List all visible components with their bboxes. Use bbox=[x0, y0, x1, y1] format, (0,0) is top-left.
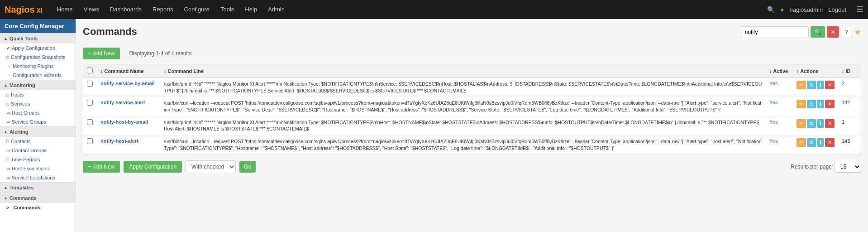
search-input[interactable] bbox=[741, 26, 809, 38]
host-escalations-icon: ⇒ bbox=[6, 166, 10, 171]
delete-button[interactable]: ✕ bbox=[825, 81, 835, 89]
sidebar-item-time-periods[interactable]: □ Time Periods bbox=[0, 155, 76, 164]
info-button[interactable]: ℹ bbox=[817, 138, 824, 147]
row-active: Yes bbox=[766, 116, 793, 135]
bottom-bar: + Add New Apply Configuration With check… bbox=[83, 160, 861, 173]
sidebar-section-title-quick-tools: Quick Tools bbox=[10, 36, 38, 41]
row-command-line: /usr/bin/printf "%b" "***** Nagios Monit… bbox=[160, 78, 766, 97]
caret-icon-templates: ▲ bbox=[4, 185, 8, 190]
logo-nagios: Nagios bbox=[5, 5, 35, 14]
nav-reports[interactable]: Reports bbox=[147, 0, 179, 19]
sidebar-item-configuration-wizards[interactable]: → Configuration Wizards bbox=[0, 71, 76, 80]
table-header-command-line[interactable]: ↕ Command Line bbox=[160, 64, 766, 78]
table-body: notify-service-by-email /usr/bin/printf … bbox=[83, 78, 861, 155]
sidebar-item-commands[interactable]: >_ Commands bbox=[0, 203, 76, 212]
logo[interactable]: Nagios XI bbox=[5, 5, 43, 15]
table-header-checkbox bbox=[83, 64, 97, 78]
copy-button[interactable]: ⧉ bbox=[807, 100, 816, 108]
apply-config-icon: ✔ bbox=[6, 46, 10, 51]
row-checkbox[interactable] bbox=[87, 138, 93, 144]
contact-groups-icon: ⇒ bbox=[6, 148, 10, 153]
favorite-button[interactable]: ★ bbox=[854, 27, 861, 37]
table-header-command-name[interactable]: ↕ Command Name bbox=[97, 64, 160, 78]
results-per-page: Results per page 10 15 25 50 100 bbox=[791, 161, 861, 173]
table-header-id[interactable]: ↕ ID bbox=[838, 64, 861, 78]
nav-home[interactable]: Home bbox=[52, 0, 78, 19]
nav-tools[interactable]: Tools bbox=[215, 0, 239, 19]
sidebar-section-title-monitoring: Monitoring bbox=[10, 82, 35, 88]
sidebar-item-monitoring-plugins[interactable]: → Monitoring Plugins bbox=[0, 62, 76, 71]
sidebar-item-label-hosts: Hosts bbox=[11, 92, 24, 97]
search-area: 🔍 ✕ ? ★ bbox=[741, 26, 861, 38]
apply-configuration-button[interactable]: Apply Configuration bbox=[124, 161, 182, 173]
row-checkbox[interactable] bbox=[87, 81, 93, 87]
results-per-page-select[interactable]: 10 15 25 50 100 bbox=[835, 161, 861, 173]
monitoring-plugins-icon: → bbox=[6, 64, 11, 69]
nav-dashboards[interactable]: Dashboards bbox=[105, 0, 147, 19]
command-name-link[interactable]: notify-service-by-email bbox=[100, 81, 155, 86]
copy-button[interactable]: ⧉ bbox=[807, 138, 816, 147]
actions-cell: ✏ ⧉ ℹ ✕ bbox=[796, 138, 835, 147]
sidebar-item-service-groups[interactable]: ⇒ Service Groups bbox=[0, 117, 76, 126]
sidebar-item-label-config-snapshots: Configuration Snapshots bbox=[11, 54, 65, 60]
table-row: notify-service-by-email /usr/bin/printf … bbox=[83, 78, 861, 97]
search-button[interactable]: 🔍 bbox=[811, 26, 825, 38]
nav-views[interactable]: Views bbox=[78, 0, 105, 19]
edit-button[interactable]: ✏ bbox=[796, 81, 806, 89]
sidebar-item-apply-configuration[interactable]: ✔ Apply Configuration bbox=[0, 44, 76, 53]
search-icon[interactable]: 🔍 bbox=[767, 6, 775, 13]
add-new-button-top[interactable]: + Add New bbox=[83, 48, 120, 59]
help-button[interactable]: ? bbox=[841, 26, 852, 38]
delete-button[interactable]: ✕ bbox=[825, 119, 835, 128]
info-button[interactable]: ℹ bbox=[817, 119, 824, 128]
info-button[interactable]: ℹ bbox=[817, 100, 824, 108]
sidebar-section-title-templates: Templates bbox=[10, 185, 34, 190]
select-all-checkbox[interactable] bbox=[87, 68, 93, 73]
table-header-active[interactable]: ↕ Active bbox=[766, 64, 793, 78]
command-name-link[interactable]: notify-host-by-email bbox=[100, 119, 148, 125]
command-name-link[interactable]: notify-host-alert bbox=[100, 138, 138, 144]
nav-help[interactable]: Help bbox=[239, 0, 262, 19]
logout-link[interactable]: Logout bbox=[828, 6, 846, 13]
config-snapshots-icon: □ bbox=[6, 55, 9, 60]
delete-button[interactable]: ✕ bbox=[825, 138, 835, 147]
add-new-button-bottom[interactable]: + Add New bbox=[83, 161, 120, 173]
caret-icon-monitoring: ▲ bbox=[4, 83, 8, 87]
command-name-link[interactable]: notify-service-alert bbox=[100, 100, 145, 105]
copy-button[interactable]: ⧉ bbox=[807, 119, 816, 128]
with-checked-select[interactable]: With checked Delete bbox=[186, 160, 236, 173]
host-groups-icon: ⇒ bbox=[6, 111, 10, 116]
sidebar-item-service-escalations[interactable]: ⇒ Service Escalations bbox=[0, 173, 76, 182]
sidebar-item-host-escalations[interactable]: ⇒ Host Escalations bbox=[0, 164, 76, 173]
nav-admin[interactable]: Admin bbox=[262, 0, 290, 19]
clear-search-button[interactable]: ✕ bbox=[827, 26, 839, 38]
sidebar-item-hosts[interactable]: □ Hosts bbox=[0, 90, 76, 99]
table-header-actions[interactable]: ↑ Actions bbox=[793, 64, 838, 78]
page-title: Commands bbox=[83, 26, 137, 38]
sidebar-item-host-groups[interactable]: ⇒ Host Groups bbox=[0, 108, 76, 117]
sidebar-item-services[interactable]: □ Services bbox=[0, 99, 76, 108]
sidebar-header[interactable]: Core Config Manager bbox=[0, 19, 76, 33]
sidebar-item-contacts[interactable]: □ Contacts bbox=[0, 137, 76, 146]
sidebar-item-configuration-snapshots[interactable]: □ Configuration Snapshots bbox=[0, 53, 76, 62]
edit-button[interactable]: ✏ bbox=[796, 119, 806, 128]
row-checkbox-cell bbox=[83, 135, 97, 155]
sidebar-item-contact-groups[interactable]: ⇒ Contact Groups bbox=[0, 146, 76, 155]
hamburger-icon[interactable]: ☰ bbox=[856, 5, 863, 14]
row-command-line: /usr/bin/curl --location --request POST … bbox=[160, 97, 766, 116]
row-checkbox[interactable] bbox=[87, 100, 93, 106]
nav-configure[interactable]: Configure bbox=[179, 0, 215, 19]
commands-table: ↕ Command Name ↕ Command Line ↕ Active ↑… bbox=[83, 64, 861, 155]
sidebar-item-label-host-groups: Host Groups bbox=[12, 110, 40, 116]
sidebar-item-label-services: Services bbox=[11, 101, 30, 106]
edit-button[interactable]: ✏ bbox=[796, 138, 806, 147]
row-checkbox-cell bbox=[83, 78, 97, 97]
copy-button[interactable]: ⧉ bbox=[807, 81, 816, 89]
info-button[interactable]: ℹ bbox=[817, 81, 824, 89]
go-button[interactable]: Go bbox=[239, 161, 256, 173]
delete-button[interactable]: ✕ bbox=[825, 100, 835, 108]
main-layout: Core Config Manager ▲ Quick Tools ✔ Appl… bbox=[0, 19, 868, 232]
row-checkbox[interactable] bbox=[87, 119, 93, 125]
username[interactable]: nagiosadmin bbox=[790, 6, 823, 13]
edit-button[interactable]: ✏ bbox=[796, 100, 806, 108]
